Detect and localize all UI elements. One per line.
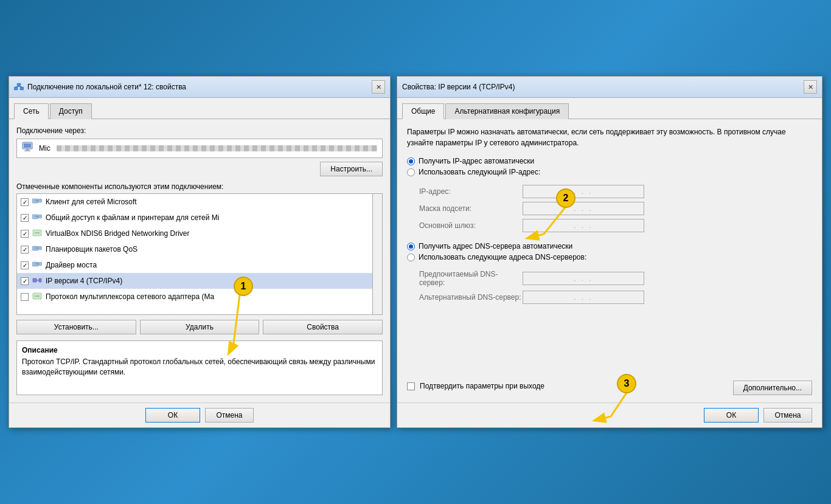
confirm-label: Подтвердить параметры при выходе xyxy=(420,382,544,390)
description-box: Описание Протокол TCP/IP. Стандартный пр… xyxy=(16,340,383,395)
component-item-5[interactable]: IP версии 4 (TCP/IPv4) xyxy=(17,273,382,289)
properties-button[interactable]: Свойства xyxy=(263,320,383,334)
install-button[interactable]: Установить... xyxy=(16,320,136,334)
svg-point-23 xyxy=(38,262,42,266)
ip-address-input[interactable]: . . . xyxy=(523,185,644,198)
auto-dns-radio[interactable] xyxy=(407,243,415,250)
checkbox-0[interactable] xyxy=(21,198,29,206)
right-close-button[interactable]: ✕ xyxy=(804,80,817,94)
component-icon-3 xyxy=(32,244,42,255)
component-icon-2 xyxy=(32,229,42,239)
tab-network[interactable]: Сеть xyxy=(14,103,49,119)
component-item-4[interactable]: Драйвер моста xyxy=(17,257,382,273)
checkbox-1[interactable] xyxy=(21,214,29,222)
component-item-6[interactable]: Протокол мультиплексора сетевого адаптер… xyxy=(17,289,382,305)
subnet-label: Маска подсети: xyxy=(419,204,523,213)
preferred-dns-input[interactable]: . . . xyxy=(523,272,644,285)
checkbox-5[interactable] xyxy=(21,277,29,285)
configure-button[interactable]: Настроить... xyxy=(320,162,383,176)
component-text-6: Протокол мультиплексора сетевого адаптер… xyxy=(46,292,214,301)
ip-address-label: IP-адрес: xyxy=(419,187,523,196)
component-item-2[interactable]: VirtualBox NDIS6 Bridged Networking Driv… xyxy=(17,226,382,241)
left-close-button[interactable]: ✕ xyxy=(372,80,385,94)
component-item-3[interactable]: Планировщик пакетов QoS xyxy=(17,241,382,257)
alternative-dns-label: Альтернативный DNS-сервер: xyxy=(419,293,523,302)
right-dialog-title: Свойства: IP версии 4 (TCP/IPv4) xyxy=(402,83,515,91)
checkbox-4[interactable] xyxy=(21,261,29,269)
dns-fields: Предпочитаемый DNS-сервер: . . . Альтерн… xyxy=(419,270,812,308)
ip-address-row: IP-адрес: . . . xyxy=(419,185,812,198)
component-buttons: Установить... Удалить Свойства xyxy=(16,320,383,334)
bottom-row: Подтвердить параметры при выходе Дополни… xyxy=(407,381,812,395)
list-scrollbar[interactable] xyxy=(372,194,382,314)
tab-general[interactable]: Общие xyxy=(402,103,444,119)
components-list[interactable]: Клиент для сетей Microsoft Общий доступ … xyxy=(16,193,383,315)
checkbox-2[interactable] xyxy=(21,230,29,238)
checkbox-6[interactable] xyxy=(21,293,29,301)
auto-ip-radio-item[interactable]: Получить IP-адрес автоматически xyxy=(407,157,812,165)
svg-line-4 xyxy=(16,86,19,87)
right-title-bar: Свойства: IP версии 4 (TCP/IPv4) ✕ xyxy=(397,77,822,98)
left-dialog-title: Подключение по локальной сети* 12: свойс… xyxy=(27,83,186,91)
left-tabs: Сеть Доступ xyxy=(9,98,390,119)
gateway-input[interactable]: . . . xyxy=(523,219,644,232)
svg-rect-2 xyxy=(20,87,24,90)
connection-box: Mic xyxy=(16,139,383,158)
component-text-2: VirtualBox NDIS6 Bridged Networking Driv… xyxy=(46,229,190,238)
tab-access[interactable]: Доступ xyxy=(50,103,92,119)
network-icon xyxy=(14,82,24,92)
tab-alt-config[interactable]: Альтернативная конфигурация xyxy=(445,103,569,119)
device-name-text: Mic xyxy=(39,144,50,153)
left-cancel-button[interactable]: Отмена xyxy=(205,408,254,423)
delete-button[interactable]: Удалить xyxy=(140,320,260,334)
configure-btn-row: Настроить... xyxy=(16,162,383,176)
svg-rect-7 xyxy=(24,143,31,148)
preferred-dns-row: Предпочитаемый DNS-сервер: . . . xyxy=(419,270,812,287)
dialogs-container: Подключение по локальной сети* 12: свойс… xyxy=(9,76,822,428)
left-dialog-content: Подключение через: Mic Настроить xyxy=(9,119,390,402)
manual-dns-label: Использовать следующие адреса DNS-сервер… xyxy=(419,253,586,261)
left-ok-button[interactable]: ОК xyxy=(145,408,200,423)
annotation-3: 3 xyxy=(617,374,636,393)
confirm-checkbox-row[interactable]: Подтвердить параметры при выходе xyxy=(407,382,544,390)
annotation-2: 2 xyxy=(556,188,575,208)
left-dialog-footer: ОК Отмена xyxy=(9,402,390,427)
subnet-input[interactable]: . . . xyxy=(523,202,644,215)
manual-dns-radio-item[interactable]: Использовать следующие адреса DNS-сервер… xyxy=(407,253,812,261)
confirm-checkbox[interactable] xyxy=(407,382,415,390)
dialog-left: Подключение по локальной сети* 12: свойс… xyxy=(9,76,391,428)
manual-ip-radio[interactable] xyxy=(407,168,415,176)
svg-rect-1 xyxy=(17,83,21,86)
desktop: Подключение по локальной сети* 12: свойс… xyxy=(0,0,831,504)
manual-ip-radio-item[interactable]: Использовать следующий IP-адрес: xyxy=(407,168,812,176)
right-dialog-content: Параметры IP можно назначать автоматичес… xyxy=(397,119,822,402)
svg-rect-24 xyxy=(33,278,37,282)
ip-radio-group: Получить IP-адрес автоматически Использо… xyxy=(407,157,812,179)
computer-icon xyxy=(22,142,35,155)
component-text-5: IP версии 4 (TCP/IPv4) xyxy=(46,277,122,285)
ip-fields: IP-адрес: . . . Маска подсети: . . . Осн… xyxy=(419,185,812,236)
auto-ip-radio[interactable] xyxy=(407,157,415,165)
advanced-button[interactable]: Дополнительно... xyxy=(733,381,812,395)
alternative-dns-row: Альтернативный DNS-сервер: . . . xyxy=(419,291,812,304)
component-text-3: Планировщик пакетов QoS xyxy=(46,245,137,254)
annotation-1: 1 xyxy=(234,277,253,296)
subnet-row: Маска подсети: . . . xyxy=(419,202,812,215)
svg-point-15 xyxy=(38,215,42,218)
component-item-0[interactable]: Клиент для сетей Microsoft xyxy=(17,194,382,210)
component-item-1[interactable]: Общий доступ к файлам и принтерам для се… xyxy=(17,210,382,226)
component-icon-4 xyxy=(32,260,42,271)
gateway-row: Основной шлюз: . . . xyxy=(419,219,812,232)
right-ok-button[interactable]: ОК xyxy=(704,408,759,423)
component-icon-0 xyxy=(32,197,42,207)
gateway-label: Основной шлюз: xyxy=(419,221,523,230)
checkbox-3[interactable] xyxy=(21,246,29,254)
manual-dns-radio[interactable] xyxy=(407,254,415,261)
description-text: Протокол TCP/IP. Стандартный протокол гл… xyxy=(22,357,377,378)
right-cancel-button[interactable]: Отмена xyxy=(763,408,812,423)
connection-through-label: Подключение через: xyxy=(16,126,383,135)
auto-dns-radio-item[interactable]: Получить адрес DNS-сервера автоматически xyxy=(407,242,812,250)
dns-radio-group: Получить адрес DNS-сервера автоматически… xyxy=(407,242,812,264)
alternative-dns-input[interactable]: . . . xyxy=(523,291,644,304)
svg-point-12 xyxy=(38,199,42,202)
